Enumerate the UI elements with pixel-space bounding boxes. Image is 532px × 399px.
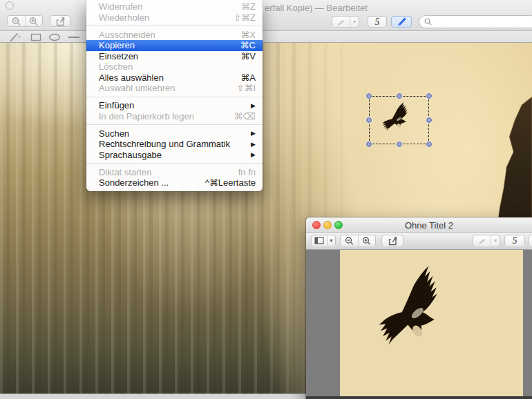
zoom-out-icon (11, 17, 22, 26)
menu-item-wiederholen: Wiederholen⇧⌘Z (86, 12, 263, 23)
selection-handle-nw[interactable] (366, 93, 372, 99)
menu-item-alles-auswaehlen[interactable]: Alles auswählen⌘A (86, 72, 263, 84)
view-options-button[interactable]: ▼ (311, 235, 336, 246)
submenu-arrow-icon: ▶ (251, 130, 256, 137)
line-tool-icon[interactable] (68, 32, 80, 42)
menu-item-label: Sonderzeichen ... (99, 177, 169, 188)
menu-item-shortcut: ⇧⌘Z (234, 12, 256, 23)
menu-item-shortcut: ⌘Z (241, 1, 256, 12)
markup-toggle-button-partial[interactable] (529, 235, 532, 246)
menu-item-label: Suchen (99, 128, 129, 139)
screen: erfall Kopie) — Bearbeitet ▼ (0, 0, 532, 399)
zoom-out-icon (344, 236, 355, 246)
markup-tools-bar (0, 31, 532, 43)
menu-item-shortcut: ⌘V (240, 51, 256, 61)
marker-dropdown[interactable]: ▼ (350, 17, 359, 27)
main-window-title: erfall Kopie) — Bearbeitet (265, 3, 368, 13)
menu-item-ausschneiden: Ausschneiden⌘X (86, 30, 263, 41)
menu-separator (86, 163, 263, 164)
chevron-down-icon: ▼ (352, 19, 357, 24)
submenu-arrow-icon: ▶ (251, 102, 256, 109)
menu-item-shortcut: ⌘⌫ (234, 111, 256, 121)
menu-item-einfuegen[interactable]: Einfügen▶ (86, 100, 263, 111)
share-button[interactable] (50, 15, 70, 27)
share-icon (55, 17, 66, 26)
search-field[interactable] (419, 15, 532, 28)
selection-handle-s[interactable] (397, 142, 402, 147)
marker-dropdown-2[interactable]: ▼ (491, 235, 500, 246)
menu-item-label: Auswahl umkehren (99, 83, 175, 93)
preview-untitled-window: Ohne Titel 2 ▼ (306, 217, 532, 399)
menu-item-label: Kopieren (99, 40, 135, 50)
menu-item-shortcut: fn fn (238, 167, 256, 177)
menu-item-rechtschreibung[interactable]: Rechtschreibung und Grammatik▶ (86, 139, 263, 150)
menu-item-label: In den Papierkorb legen (99, 111, 194, 121)
selection-rectangle[interactable] (369, 96, 429, 144)
marker-split-button-2: ▼ (473, 235, 500, 246)
rect-select-icon[interactable] (30, 32, 41, 42)
selection-handle-sw[interactable] (366, 142, 372, 147)
selection-handle-ne[interactable] (426, 93, 432, 99)
pasted-eagle-image (340, 250, 523, 396)
menu-item-shortcut: ⇧⌘I (236, 83, 256, 93)
menu-item-sprachausgabe[interactable]: Sprachausgabe▶ (86, 150, 263, 161)
main-window-titlebar: erfall Kopie) — Bearbeitet ▼ (0, 0, 532, 31)
share-icon (388, 236, 398, 246)
menu-item-papierkorb: In den Papierkorb legen⌘⌫ (86, 111, 263, 122)
marker-icon (336, 18, 346, 26)
menu-item-kopieren[interactable]: Kopieren⌘C (86, 40, 263, 51)
menu-item-suchen[interactable]: Suchen▶ (86, 128, 263, 139)
menu-item-label: Ausschneiden (99, 30, 155, 40)
marker-split-button: ▼ (332, 16, 359, 28)
menu-item-label: Alles auswählen (99, 72, 164, 83)
marker-button-disabled[interactable] (332, 17, 350, 27)
submenu-arrow-icon: ▶ (251, 141, 256, 148)
zoom-out-button[interactable] (8, 16, 25, 26)
marker-button-disabled-2[interactable] (473, 235, 491, 246)
view-options-icon (314, 237, 324, 244)
signature-button[interactable]: 5 (368, 16, 387, 28)
menu-item-label: Einfügen (99, 100, 134, 110)
zoom-in-icon (28, 17, 39, 26)
selection-handle-w[interactable] (366, 117, 372, 123)
menu-item-widerrufen: Widerrufen⌘Z (86, 1, 263, 12)
smart-lasso-icon[interactable] (8, 32, 21, 42)
window-close-button-dimmed[interactable] (6, 1, 14, 10)
menu-item-label: Diktat starten (99, 167, 152, 177)
untitled-window-titlebar[interactable]: Ohne Titel 2 (306, 217, 532, 233)
zoom-in-button[interactable] (25, 16, 42, 26)
markup-toggle-button[interactable] (391, 16, 412, 28)
chevron-down-icon: ▼ (493, 238, 498, 243)
menu-item-shortcut: ^⌘Leertaste (205, 177, 256, 188)
submenu-arrow-icon: ▶ (251, 151, 256, 158)
menu-item-label: Rechtschreibung und Grammatik (99, 139, 230, 149)
eagle-image (371, 262, 459, 369)
menu-item-list: Widerrufen⌘ZWiederholen⇧⌘ZAusschneiden⌘X… (86, 1, 263, 188)
search-icon (424, 17, 433, 26)
menu-item-auswahl-umkehren: Auswahl umkehren⇧⌘I (86, 83, 263, 94)
untitled-window-bottom-edge (306, 396, 532, 399)
menu-item-sonderzeichen[interactable]: Sonderzeichen ...^⌘Leertaste (86, 177, 263, 188)
selection-handle-e[interactable] (426, 117, 432, 123)
search-input[interactable] (433, 17, 522, 27)
menu-separator (86, 124, 263, 125)
ellipse-select-icon[interactable] (48, 32, 61, 42)
untitled-window-toolbar: ▼ (306, 233, 532, 250)
zoom-in-button-2[interactable] (358, 235, 375, 246)
menu-item-einsetzen[interactable]: Einsetzen⌘V (86, 51, 263, 62)
zoom-out-button-2[interactable] (341, 235, 358, 246)
share-button-2[interactable] (381, 235, 403, 246)
menu-item-label: Einsetzen (99, 51, 138, 61)
marker-icon (477, 237, 487, 245)
zoom-button-group (7, 15, 43, 27)
selection-handle-n[interactable] (397, 93, 402, 99)
edit-context-menu: Widerrufen⌘ZWiederholen⇧⌘ZAusschneiden⌘X… (86, 0, 263, 191)
untitled-window-title: Ohne Titel 2 (306, 220, 532, 231)
menu-item-label: Löschen (99, 61, 133, 72)
chevron-down-icon: ▼ (329, 238, 334, 243)
selection-handle-se[interactable] (426, 142, 432, 147)
menu-item-shortcut: ⌘X (240, 30, 256, 40)
signature-button-2[interactable]: 5 (504, 235, 525, 246)
menu-item-loeschen: Löschen (86, 61, 263, 72)
zoom-button-group-2 (340, 235, 376, 246)
